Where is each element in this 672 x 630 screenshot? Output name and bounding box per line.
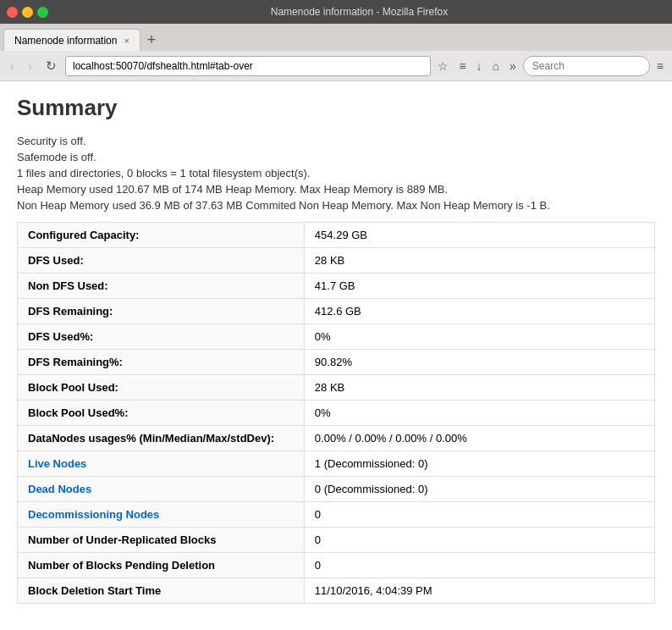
value-under-replicated: 0 bbox=[304, 528, 654, 553]
info-security: Security is off. bbox=[17, 135, 655, 147]
summary-table: Configured Capacity:454.29 GBDFS Used:28… bbox=[17, 222, 655, 604]
link-live-nodes[interactable]: Live Nodes bbox=[28, 457, 86, 470]
info-heap: Heap Memory used 120.67 MB of 174 MB Hea… bbox=[17, 183, 655, 196]
more-icon[interactable]: » bbox=[506, 58, 520, 75]
table-row-block-deletion-start: Block Deletion Start Time11/10/2016, 4:0… bbox=[18, 578, 655, 604]
minimize-window-button[interactable] bbox=[22, 7, 33, 18]
table-row-pending-deletion: Number of Blocks Pending Deletion0 bbox=[18, 553, 655, 578]
tab-label: Namenode information bbox=[14, 35, 117, 47]
value-dfs-remaining: 412.6 GB bbox=[304, 299, 654, 324]
value-live-nodes: 1 (Decommissioned: 0) bbox=[304, 451, 654, 477]
value-dead-nodes: 0 (Decommissioned: 0) bbox=[304, 477, 654, 502]
table-row-dfs-used: DFS Used:28 KB bbox=[18, 248, 655, 274]
window-controls[interactable] bbox=[7, 7, 48, 18]
link-decommissioning-nodes[interactable]: Decommissioning Nodes bbox=[28, 508, 159, 521]
page-title: Summary bbox=[17, 95, 655, 121]
label-block-pool-used-pct: Block Pool Used%: bbox=[18, 401, 305, 426]
info-nonheap: Non Heap Memory used 36.9 MB of 37.63 MB… bbox=[17, 199, 655, 212]
table-row-dfs-remaining-pct: DFS Remaining%:90.82% bbox=[18, 350, 655, 375]
label-dfs-used-pct: DFS Used%: bbox=[18, 324, 305, 350]
navbar: ‹ › ↻ ☆ ≡ ↓ ⌂ » ≡ bbox=[0, 51, 672, 81]
value-datanodes-usages: 0.00% / 0.00% / 0.00% / 0.00% bbox=[304, 426, 654, 451]
value-block-pool-used: 28 KB bbox=[304, 375, 654, 401]
refresh-button[interactable]: ↻ bbox=[41, 55, 62, 77]
table-row-dead-nodes: Dead Nodes0 (Decommissioned: 0) bbox=[18, 477, 655, 502]
new-tab-button[interactable]: + bbox=[140, 29, 163, 51]
table-row-datanodes-usages: DataNodes usages% (Min/Median/Max/stdDev… bbox=[18, 426, 655, 451]
table-row-dfs-used-pct: DFS Used%:0% bbox=[18, 324, 655, 350]
table-row-under-replicated: Number of Under-Replicated Blocks0 bbox=[18, 528, 655, 553]
value-pending-deletion: 0 bbox=[304, 553, 654, 578]
label-configured-capacity: Configured Capacity: bbox=[18, 223, 305, 248]
value-block-pool-used-pct: 0% bbox=[304, 401, 654, 426]
info-files: 1 files and directories, 0 blocks = 1 to… bbox=[17, 167, 655, 180]
value-dfs-remaining-pct: 90.82% bbox=[304, 350, 654, 375]
forward-button[interactable]: › bbox=[23, 55, 37, 76]
window-title: Namenode information - Mozilla Firefox bbox=[53, 6, 665, 18]
link-dead-nodes[interactable]: Dead Nodes bbox=[28, 483, 91, 495]
bookmark-icon[interactable]: ☆ bbox=[434, 58, 452, 75]
download-icon[interactable]: ↓ bbox=[473, 58, 486, 75]
tab-close-button[interactable]: × bbox=[124, 36, 129, 46]
table-row-block-pool-used: Block Pool Used:28 KB bbox=[18, 375, 655, 401]
label-dfs-used: DFS Used: bbox=[18, 248, 305, 274]
address-bar[interactable] bbox=[65, 56, 431, 76]
content-area: Summary Security is off.Safemode is off.… bbox=[0, 81, 672, 630]
label-non-dfs-used: Non DFS Used: bbox=[18, 274, 305, 299]
value-decommissioning-nodes: 0 bbox=[304, 502, 654, 528]
info-safemode: Safemode is off. bbox=[17, 151, 655, 163]
label-datanodes-usages: DataNodes usages% (Min/Median/Max/stdDev… bbox=[18, 426, 305, 451]
table-row-dfs-remaining: DFS Remaining:412.6 GB bbox=[18, 299, 655, 324]
tabbar: Namenode information × + bbox=[0, 24, 672, 51]
value-non-dfs-used: 41.7 GB bbox=[304, 274, 654, 299]
home-icon[interactable]: ⌂ bbox=[489, 58, 503, 75]
back-button[interactable]: ‹ bbox=[5, 55, 19, 76]
search-input[interactable] bbox=[523, 56, 650, 76]
label-dfs-remaining: DFS Remaining: bbox=[18, 299, 305, 324]
label-block-pool-used: Block Pool Used: bbox=[18, 375, 305, 401]
value-block-deletion-start: 11/10/2016, 4:04:39 PM bbox=[304, 578, 654, 604]
table-row-configured-capacity: Configured Capacity:454.29 GB bbox=[18, 223, 655, 248]
value-dfs-used: 28 KB bbox=[304, 248, 654, 274]
maximize-window-button[interactable] bbox=[37, 7, 48, 18]
menu-icon[interactable]: ≡ bbox=[653, 58, 667, 75]
table-row-block-pool-used-pct: Block Pool Used%:0% bbox=[18, 401, 655, 426]
active-tab[interactable]: Namenode information × bbox=[3, 29, 140, 51]
table-row-non-dfs-used: Non DFS Used:41.7 GB bbox=[18, 274, 655, 299]
label-under-replicated: Number of Under-Replicated Blocks bbox=[18, 528, 305, 553]
value-dfs-used-pct: 0% bbox=[304, 324, 654, 350]
table-row-live-nodes: Live Nodes1 (Decommissioned: 0) bbox=[18, 451, 655, 477]
reader-icon[interactable]: ≡ bbox=[455, 58, 469, 75]
value-configured-capacity: 454.29 GB bbox=[304, 223, 654, 248]
label-pending-deletion: Number of Blocks Pending Deletion bbox=[18, 553, 305, 578]
table-row-decommissioning-nodes: Decommissioning Nodes0 bbox=[18, 502, 655, 528]
label-dfs-remaining-pct: DFS Remaining%: bbox=[18, 350, 305, 375]
titlebar: Namenode information - Mozilla Firefox bbox=[0, 0, 672, 24]
label-block-deletion-start: Block Deletion Start Time bbox=[18, 578, 305, 604]
info-lines: Security is off.Safemode is off.1 files … bbox=[17, 135, 655, 212]
close-window-button[interactable] bbox=[7, 7, 18, 18]
